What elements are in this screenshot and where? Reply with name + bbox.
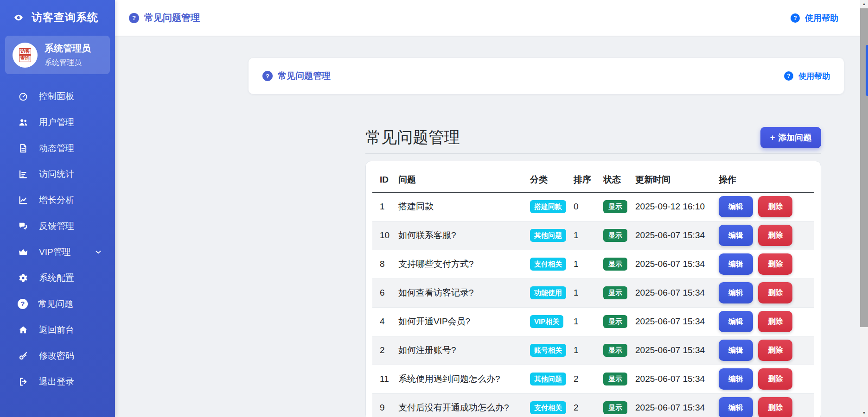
user-profile[interactable]: 访客 查询 系统管理员 系统管理员 — [5, 36, 110, 74]
sidebar-item-logout[interactable]: 退出登录 — [0, 369, 115, 395]
cell-question: 搭建同款 — [391, 192, 523, 221]
delete-button[interactable]: 删除 — [758, 253, 792, 275]
sign-out-icon — [18, 376, 29, 387]
scroll-up-arrow[interactable] — [860, 0, 868, 8]
cell-question: 系统使用遇到问题怎么办? — [391, 365, 523, 393]
cell-question: 支付后没有开通成功怎么办? — [391, 393, 523, 417]
sidebar-item-settings[interactable]: 系统配置 — [0, 265, 115, 291]
edit-button[interactable]: 编辑 — [719, 397, 753, 417]
edit-button[interactable]: 编辑 — [719, 282, 753, 303]
sidebar-item-posts[interactable]: 动态管理 — [0, 135, 115, 161]
cell-actions: 编辑 删除 — [711, 278, 814, 307]
cell-actions: 编辑 删除 — [711, 192, 814, 221]
col-question: 问题 — [391, 168, 523, 192]
file-icon — [18, 143, 29, 154]
gear-icon — [18, 272, 29, 284]
cell-id: 2 — [372, 336, 391, 365]
sidebar: 访客查询系统 访客 查询 系统管理员 系统管理员 控制面板 — [0, 0, 115, 417]
table-row: 6 如何查看访客记录? 功能使用 1 显示 2025-06-07 15:34 编… — [372, 278, 814, 307]
table-row: 4 如何开通VIP会员? VIP相关 1 显示 2025-06-07 15:34… — [372, 307, 814, 336]
category-badge: 其他问题 — [530, 373, 566, 385]
faq-table-body: 1 搭建同款 搭建同款 0 显示 2025-09-12 16:10 编辑 删除 … — [372, 192, 814, 417]
delete-button[interactable]: 删除 — [758, 225, 792, 246]
table-row: 1 搭建同款 搭建同款 0 显示 2025-09-12 16:10 编辑 删除 — [372, 192, 814, 221]
edit-button[interactable]: 编辑 — [719, 340, 753, 361]
cell-updated: 2025-06-07 15:34 — [628, 365, 711, 393]
col-sort: 排序 — [566, 168, 596, 192]
gauge-icon — [18, 91, 29, 102]
edit-button[interactable]: 编辑 — [719, 225, 753, 246]
app-title: 访客查询系统 — [32, 10, 98, 25]
status-badge: 显示 — [603, 286, 627, 299]
sidebar-item-users[interactable]: 用户管理 — [0, 109, 115, 135]
col-actions: 操作 — [711, 168, 814, 192]
category-badge: 搭建同款 — [530, 200, 566, 213]
cell-id: 10 — [372, 221, 391, 250]
sidebar-item-growth[interactable]: 增长分析 — [0, 187, 115, 213]
status-badge: 显示 — [603, 401, 627, 414]
panel-header-title: 常见问题管理 — [278, 70, 331, 82]
bar-chart-icon — [18, 169, 29, 180]
table-row: 8 支持哪些支付方式? 支付相关 1 显示 2025-06-07 15:34 编… — [372, 250, 814, 278]
panel-header-help[interactable]: ? 使用帮助 — [784, 71, 830, 82]
question-circle-icon: ? — [18, 299, 28, 309]
cell-id: 6 — [372, 278, 391, 307]
eye-icon — [13, 11, 24, 24]
cell-updated: 2025-06-07 15:34 — [628, 221, 711, 250]
topbar-help[interactable]: ? 使用帮助 — [791, 13, 838, 24]
question-circle-icon: ? — [129, 13, 139, 23]
title-divider — [365, 153, 821, 154]
col-id: ID — [372, 168, 391, 192]
edit-button[interactable]: 编辑 — [719, 196, 753, 217]
cell-sort: 1 — [566, 336, 596, 365]
help-icon: ? — [791, 13, 800, 23]
add-question-button[interactable]: + 添加问题 — [760, 127, 821, 148]
key-icon — [18, 350, 29, 361]
cell-sort: 2 — [566, 365, 596, 393]
user-name: 系统管理员 — [45, 42, 91, 55]
table-row: 10 如何联系客服? 其他问题 1 显示 2025-06-07 15:34 编辑… — [372, 221, 814, 250]
delete-button[interactable]: 删除 — [758, 340, 792, 361]
cell-question: 如何注册账号? — [391, 336, 523, 365]
cell-id: 1 — [372, 192, 391, 221]
sidebar-nav: 控制面板 用户管理 动态管理 — [0, 83, 115, 395]
faq-table: ID 问题 分类 排序 状态 更新时间 操作 1 搭建同款 搭建同款 0 显示 … — [372, 168, 814, 417]
sidebar-item-faq[interactable]: ? 常见问题 — [0, 291, 115, 317]
scroll-down-arrow[interactable] — [860, 409, 868, 417]
comments-icon — [18, 221, 29, 232]
help-link-label: 使用帮助 — [805, 13, 838, 24]
delete-button[interactable]: 删除 — [758, 282, 792, 303]
question-circle-icon: ? — [262, 71, 273, 81]
cell-id: 11 — [372, 365, 391, 393]
cell-question: 如何联系客服? — [391, 221, 523, 250]
category-badge: 支付相关 — [530, 258, 566, 271]
delete-button[interactable]: 删除 — [758, 397, 792, 417]
delete-button[interactable]: 删除 — [758, 368, 792, 390]
sidebar-item-password[interactable]: 修改密码 — [0, 343, 115, 369]
avatar: 访客 查询 — [13, 43, 38, 68]
category-badge: 账号相关 — [530, 344, 566, 357]
category-badge: VIP相关 — [530, 315, 563, 328]
cell-question: 如何开通VIP会员? — [391, 307, 523, 336]
delete-button[interactable]: 删除 — [758, 196, 792, 217]
edit-button[interactable]: 编辑 — [719, 368, 753, 390]
sidebar-item-visit-stats[interactable]: 访问统计 — [0, 161, 115, 187]
delete-button[interactable]: 删除 — [758, 311, 792, 332]
sidebar-item-frontend[interactable]: 返回前台 — [0, 317, 115, 343]
table-row: 2 如何注册账号? 账号相关 1 显示 2025-06-07 15:34 编辑 … — [372, 336, 814, 365]
content-header: 常见问题管理 + 添加问题 — [365, 125, 821, 150]
inner-scrollbar-thumb[interactable] — [866, 45, 868, 96]
edit-button[interactable]: 编辑 — [719, 311, 753, 332]
plus-icon: + — [770, 133, 775, 143]
col-updated: 更新时间 — [628, 168, 711, 192]
sidebar-item-vip[interactable]: VIP管理 — [0, 239, 115, 265]
panel-help-label: 使用帮助 — [798, 71, 830, 82]
faq-table-panel: ID 问题 分类 排序 状态 更新时间 操作 1 搭建同款 搭建同款 0 显示 … — [365, 161, 821, 417]
edit-button[interactable]: 编辑 — [719, 253, 753, 275]
status-badge: 显示 — [603, 373, 627, 385]
cell-updated: 2025-06-07 15:34 — [628, 307, 711, 336]
sidebar-item-dashboard[interactable]: 控制面板 — [0, 83, 115, 109]
cell-sort: 1 — [566, 221, 596, 250]
cell-actions: 编辑 删除 — [711, 393, 814, 417]
sidebar-item-feedback[interactable]: 反馈管理 — [0, 213, 115, 239]
